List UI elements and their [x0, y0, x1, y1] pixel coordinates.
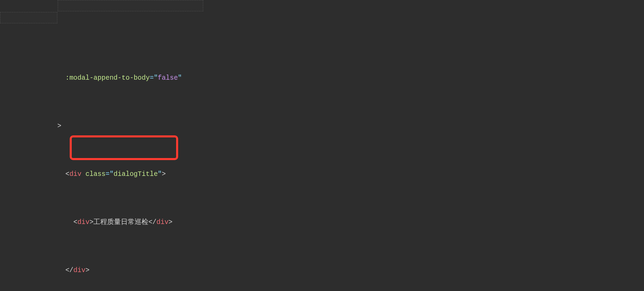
- code-line[interactable]: </div>: [17, 265, 644, 277]
- code-line[interactable]: :modal-append-to-body="false": [17, 72, 644, 84]
- red-annotation-box: [70, 135, 178, 160]
- selection-box-1: [58, 0, 203, 11]
- code-line[interactable]: <div>工程质量日常巡检</div>: [17, 216, 644, 228]
- selection-box-2: [0, 12, 57, 23]
- code-editor[interactable]: :modal-append-to-body="false" > <div cla…: [0, 0, 644, 291]
- code-line[interactable]: >: [17, 120, 644, 132]
- code-line[interactable]: <div class="dialogTitle">: [17, 168, 644, 180]
